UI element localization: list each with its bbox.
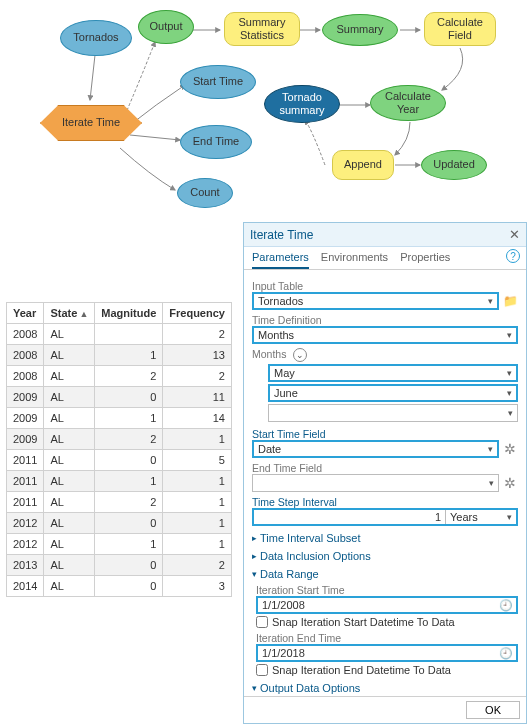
node-output[interactable]: Output xyxy=(138,10,194,44)
label-start-time-field: Start Time Field xyxy=(252,428,518,440)
clock-icon[interactable]: 🕘 xyxy=(499,599,513,612)
label-snap-end: Snap Iteration End Datetime To Data xyxy=(272,664,451,676)
table-row[interactable]: 2011AL11 xyxy=(7,471,232,492)
label-input-table: Input Table xyxy=(252,280,518,292)
time-step-input[interactable]: 1 Years xyxy=(252,508,518,526)
results-table: Year State▲ Magnitude Frequency 2008AL22… xyxy=(6,302,232,597)
col-state[interactable]: State▲ xyxy=(44,303,95,324)
dialog-tabs: Parameters Environments Properties ? xyxy=(244,247,526,270)
table-row[interactable]: 2009AL114 xyxy=(7,408,232,429)
month-select-1[interactable]: May xyxy=(268,364,518,382)
time-definition-select[interactable]: Months xyxy=(252,326,518,344)
dialog-body: Input Table Tornados 📁 Time Definition M… xyxy=(244,270,526,696)
month-select-empty[interactable] xyxy=(268,404,518,422)
iterate-time-dialog: Iterate Time ✕ Parameters Environments P… xyxy=(243,222,527,724)
table-row[interactable]: 2012AL01 xyxy=(7,513,232,534)
chevron-down-icon: ▾ xyxy=(252,569,257,579)
node-tornado-summary[interactable]: Tornado summary xyxy=(264,85,340,123)
month-select-2[interactable]: June xyxy=(268,384,518,402)
table-row[interactable]: 2009AL011 xyxy=(7,387,232,408)
time-step-unit-select[interactable]: Years xyxy=(446,510,516,524)
tab-environments[interactable]: Environments xyxy=(321,251,388,269)
label-time-definition: Time Definition xyxy=(252,314,518,326)
expand-months-icon[interactable]: ⌄ xyxy=(293,348,307,362)
tab-parameters[interactable]: Parameters xyxy=(252,251,309,269)
table-row[interactable]: 2012AL11 xyxy=(7,534,232,555)
section-data-inclusion[interactable]: ▸Data Inclusion Options xyxy=(252,550,518,562)
node-count[interactable]: Count xyxy=(177,178,233,208)
node-start-time[interactable]: Start Time xyxy=(180,65,256,99)
iteration-end-input[interactable]: 1/1/2018 🕘 xyxy=(256,644,518,662)
snap-start-checkbox[interactable] xyxy=(256,616,268,628)
label-iter-end: Iteration End Time xyxy=(256,632,518,644)
table-row[interactable]: 2008AL22 xyxy=(7,366,232,387)
label-time-step-interval: Time Step Interval xyxy=(252,496,518,508)
table-row[interactable]: 2008AL2 xyxy=(7,324,232,345)
node-iterate-time[interactable]: Iterate Time xyxy=(40,105,142,141)
snap-end-checkbox[interactable] xyxy=(256,664,268,676)
label-months: Months ⌄ xyxy=(252,348,518,362)
section-output-data-options[interactable]: ▾Output Data Options xyxy=(252,682,518,694)
node-append[interactable]: Append xyxy=(332,150,394,180)
node-calc-field[interactable]: Calculate Field xyxy=(424,12,496,46)
clock-icon-2[interactable]: 🕘 xyxy=(499,647,513,660)
chevron-right-icon: ▸ xyxy=(252,533,257,543)
node-calc-year[interactable]: Calculate Year xyxy=(370,85,446,121)
end-time-field-select[interactable] xyxy=(252,474,499,492)
gear-icon[interactable]: ✲ xyxy=(502,441,518,457)
close-icon[interactable]: ✕ xyxy=(509,227,520,242)
gear-icon-2[interactable]: ✲ xyxy=(502,475,518,491)
dialog-titlebar: Iterate Time ✕ xyxy=(244,223,526,247)
node-tornados[interactable]: Tornados xyxy=(60,20,132,56)
chevron-down-icon: ▾ xyxy=(252,683,257,693)
table-row[interactable]: 2009AL21 xyxy=(7,429,232,450)
sort-asc-icon: ▲ xyxy=(79,309,88,319)
node-summary-stats[interactable]: Summary Statistics xyxy=(224,12,300,46)
dialog-title: Iterate Time xyxy=(250,228,313,242)
col-magnitude[interactable]: Magnitude xyxy=(95,303,163,324)
label-snap-start: Snap Iteration Start Datetime To Data xyxy=(272,616,455,628)
dialog-footer: OK xyxy=(244,696,526,723)
table-row[interactable]: 2011AL21 xyxy=(7,492,232,513)
label-iter-start: Iteration Start Time xyxy=(256,584,518,596)
help-icon[interactable]: ? xyxy=(506,249,520,263)
time-step-value[interactable]: 1 xyxy=(254,510,446,524)
model-diagram: Tornados Iterate Time Output Start Time … xyxy=(0,0,530,220)
table-header-row: Year State▲ Magnitude Frequency xyxy=(7,303,232,324)
node-summary[interactable]: Summary xyxy=(322,14,398,46)
table-row[interactable]: 2008AL113 xyxy=(7,345,232,366)
chevron-right-icon: ▸ xyxy=(252,551,257,561)
browse-folder-icon[interactable]: 📁 xyxy=(502,293,518,309)
iteration-start-input[interactable]: 1/1/2008 🕘 xyxy=(256,596,518,614)
label-end-time-field: End Time Field xyxy=(252,462,518,474)
node-end-time[interactable]: End Time xyxy=(180,125,252,159)
input-table-select[interactable]: Tornados xyxy=(252,292,499,310)
tab-properties[interactable]: Properties xyxy=(400,251,450,269)
ok-button[interactable]: OK xyxy=(466,701,520,719)
table-row[interactable]: 2011AL05 xyxy=(7,450,232,471)
start-time-field-select[interactable]: Date xyxy=(252,440,499,458)
table-row[interactable]: 2013AL02 xyxy=(7,555,232,576)
node-updated[interactable]: Updated xyxy=(421,150,487,180)
col-frequency[interactable]: Frequency xyxy=(163,303,232,324)
table-row[interactable]: 2014AL03 xyxy=(7,576,232,597)
col-year[interactable]: Year xyxy=(7,303,44,324)
section-data-range[interactable]: ▾Data Range xyxy=(252,568,518,580)
section-time-interval-subset[interactable]: ▸Time Interval Subset xyxy=(252,532,518,544)
